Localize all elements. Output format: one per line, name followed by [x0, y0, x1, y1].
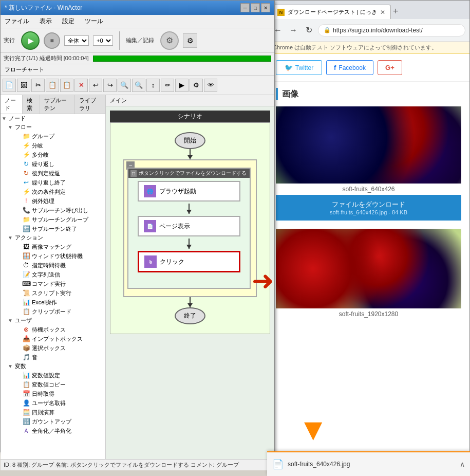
tree-node-username[interactable]: 👤 ユーザ名取得 — [1, 398, 105, 408]
tree-node-subgroup[interactable]: 📁 サブルーチングループ — [1, 215, 105, 224]
tree-node-waittime[interactable]: ⏱ 指定時間待機 — [1, 261, 105, 270]
tree-node-sound[interactable]: 🎵 音 — [1, 353, 105, 362]
bottom-status: ID: 8 種別: グループ 名前: ボタンクリックでファイルをダウンロードする… — [1, 459, 274, 470]
tree-node-subcall[interactable]: 📞 サブルーチン呼び出し — [1, 206, 105, 215]
tab-subroutine[interactable]: サブルーチン — [40, 95, 75, 114]
menu-settings[interactable]: 設定 — [60, 16, 77, 27]
offset-select[interactable]: +0 — [93, 35, 113, 46]
tree-node-sendtext[interactable]: 📝 文字列送信 — [1, 270, 105, 279]
action-node-2[interactable]: 📄 ページ表示 — [138, 216, 240, 236]
tb-zoomin-icon[interactable]: 🔍 — [118, 79, 131, 92]
menu-view[interactable]: 表示 — [37, 16, 54, 27]
tree-node-nextcond[interactable]: ⚡ 次の条件判定 — [1, 187, 105, 196]
tree-node-loop[interactable]: ↻ 繰り返し — [1, 159, 105, 169]
action-node-1[interactable]: 🌐 ブラウザ起動 — [138, 181, 240, 202]
refresh-button[interactable]: ↻ — [303, 24, 315, 36]
tb-delete-icon[interactable]: ✕ — [74, 79, 88, 92]
action3-label: クリック — [160, 258, 184, 266]
tree-node-user[interactable]: ▼ ユーザ — [1, 316, 105, 325]
maximize-button[interactable]: □ — [251, 3, 260, 12]
stop-button[interactable] — [44, 32, 60, 49]
fruit-image-2 — [276, 229, 461, 308]
tb-settings2-icon[interactable]: ⚙ — [190, 79, 203, 92]
gear-icon[interactable]: ⚙ — [183, 33, 197, 48]
tree-node-fullhalf[interactable]: Ａ 全角化／半角化 — [1, 426, 105, 435]
tree-node-imgmatch[interactable]: 🖼 画像マッチング — [1, 242, 105, 251]
tb-paste-icon[interactable]: 📋 — [60, 79, 73, 92]
tb-edit-icon[interactable]: ✏ — [161, 79, 174, 92]
tree-node-script[interactable]: 📜 スクリプト実行 — [1, 288, 105, 298]
tree-node-variable[interactable]: ▼ 変数 — [1, 362, 105, 371]
record-button[interactable] — [160, 31, 179, 50]
start-node[interactable]: 開始 — [175, 132, 205, 149]
tb-run-icon[interactable]: ▶ — [175, 79, 189, 92]
tree-node-waitbox[interactable]: ⊗ 待機ボックス — [1, 325, 105, 334]
tree-node-varcopy[interactable]: 📋 変数値コピー — [1, 380, 105, 389]
image1-name: soft-fruits_640x426 — [276, 184, 461, 195]
tree-node-varset[interactable]: 📊 変数値設定 — [1, 371, 105, 380]
section-title: 画像 — [282, 89, 298, 100]
play-button[interactable] — [21, 31, 40, 50]
tb-view-icon[interactable]: 👁 — [204, 79, 217, 92]
tab-node[interactable]: ノード — [1, 95, 23, 114]
tab-library[interactable]: ライブラリ — [75, 95, 106, 114]
tree-node-counter[interactable]: 🔢 ガウントアップ — [1, 417, 105, 426]
inner-group-header: □ ボタンクリックでファイルをダウンロードする — [128, 169, 250, 178]
flowchart-tab[interactable]: フローチャート — [1, 64, 274, 76]
tree-node-dateget[interactable]: 📅 日時取得 — [1, 389, 105, 398]
automation-notice: Chrome は自動テスト ソフトウェアによって制御されています。 — [268, 42, 469, 54]
tree-node-loopend[interactable]: ↩ 繰り返し終了 — [1, 178, 105, 187]
close-button[interactable]: ✕ — [261, 3, 270, 12]
chrome-tab[interactable]: N ダウンロードページテスト | にっき ✕ — [272, 5, 391, 19]
tree-node-excel[interactable]: 📊 Excel操作 — [1, 298, 105, 307]
progress-bar — [93, 56, 271, 62]
menu-tools[interactable]: ツール — [83, 16, 105, 27]
facebook-share-button[interactable]: f Facebook — [326, 60, 373, 75]
social-share-bar: 🐦 Twitter f Facebook G+ — [268, 54, 469, 82]
tb-zoomout-icon[interactable]: 🔍 — [132, 79, 145, 92]
tree-node-selectbox[interactable]: 📦 選択ボックス — [1, 343, 105, 353]
minimize-button[interactable]: ─ — [240, 3, 250, 12]
tree-node-group[interactable]: 📁 グループ — [1, 132, 105, 141]
action-node-3[interactable]: 🖱 クリック — [138, 251, 240, 272]
tree-node-action[interactable]: ▼ アクション — [1, 233, 105, 242]
forward-button[interactable]: → — [287, 24, 299, 36]
tree-node-clipboard[interactable]: 📋 クリップボード — [1, 307, 105, 316]
tree-node-winstate[interactable]: 🪟 ウィンドウ状態待機 — [1, 251, 105, 261]
tab-close-button[interactable]: ✕ — [380, 9, 385, 16]
tb-cut-icon[interactable]: ✂ — [31, 79, 45, 92]
tb-redo-icon[interactable]: ↪ — [103, 79, 117, 92]
tb-undo-icon[interactable]: ↩ — [89, 79, 102, 92]
tree-node-exception[interactable]: ! 例外処理 — [1, 196, 105, 206]
image-card-1: soft-fruits_640x426 ファイルをダウンロード soft-fru… — [276, 106, 461, 221]
lock-icon: 🔒 — [324, 27, 331, 33]
toolbar-divider — [119, 31, 120, 50]
range-select[interactable]: 全体 — [64, 35, 89, 46]
end-node[interactable]: 終了 — [175, 307, 205, 324]
twitter-share-button[interactable]: 🐦 Twitter — [276, 60, 322, 75]
download-chevron-icon[interactable]: ∧ — [460, 460, 465, 468]
tree-node-branch[interactable]: ⚡ 分岐 — [1, 141, 105, 150]
tb-new-icon[interactable]: 📄 — [3, 79, 16, 92]
action1-label: ブラウザ起動 — [159, 187, 196, 196]
tab-search[interactable]: 検索 — [23, 95, 40, 114]
main-content: ノード 検索 サブルーチン ライブラリ ▼ ノード ▼ フロー 📁 グル — [1, 95, 274, 459]
tb-move-icon[interactable]: ↕ — [146, 79, 160, 92]
automation-text: Chrome は自動テスト ソフトウェアによって制御されています。 — [273, 44, 437, 50]
tree-node-flow[interactable]: ▼ フロー — [1, 123, 105, 132]
tree-node-multibranch[interactable]: ⚡ 多分岐 — [1, 150, 105, 159]
tree-node-postjudge[interactable]: ↻ 後判定繰返 — [1, 169, 105, 178]
menu-file[interactable]: ファイル — [3, 16, 31, 27]
google-share-button[interactable]: G+ — [378, 60, 402, 75]
action2-label: ページ表示 — [159, 222, 190, 231]
url-bar[interactable]: 🔒 https://sugizo.info/download-test/ — [318, 24, 465, 36]
tree-node-root[interactable]: ▼ ノード — [1, 114, 105, 123]
new-tab-button[interactable]: + — [393, 6, 399, 19]
download-button-1[interactable]: ファイルをダウンロード soft-fruits_640x426.jpg - 84… — [276, 195, 461, 221]
tb-image-icon[interactable]: 🖼 — [17, 79, 30, 92]
tb-copy-icon[interactable]: 📋 — [46, 79, 59, 92]
tree-node-inputbox[interactable]: 📥 インプットボックス — [1, 334, 105, 343]
tree-node-subend[interactable]: 🔚 サブルーチン終了 — [1, 224, 105, 233]
tree-node-cmd[interactable]: ⌨ コマンド実行 — [1, 279, 105, 288]
tree-node-calc[interactable]: 🧮 四則演算 — [1, 408, 105, 417]
